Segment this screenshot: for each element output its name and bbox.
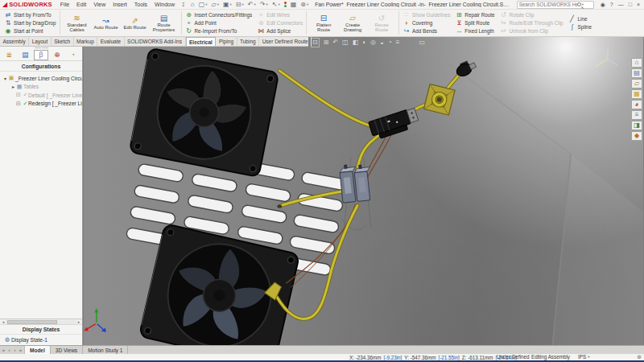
panel-horizontal-scrollbar[interactable]: ◂ ▸ — [0, 319, 82, 325]
login-icon[interactable]: ◉ — [601, 1, 605, 9]
flatten-route-button[interactable]: ⊟Flatten Route — [310, 10, 337, 36]
cable-clip[interactable] — [423, 84, 455, 115]
tab-piping[interactable]: Piping — [216, 37, 237, 46]
search-caret-icon[interactable]: ▾ — [582, 2, 584, 6]
tab-sketch[interactable]: Sketch — [52, 37, 74, 46]
zoom-to-fit-icon[interactable]: ⊡ — [311, 38, 320, 47]
tab-markup[interactable]: Markup — [74, 37, 98, 46]
split-route-button[interactable]: ⊻Split Route — [455, 19, 494, 27]
select-icon[interactable]: ↖ — [270, 1, 282, 9]
3d-scene[interactable] — [83, 37, 644, 345]
unhook-from-clip-button[interactable]: ↫Unhook from Clip — [499, 27, 563, 35]
repair-route-button[interactable]: ⊞Repair Route — [455, 10, 494, 19]
zoom-to-area-icon[interactable]: ⊞ — [324, 39, 329, 47]
reuse-route-button[interactable]: ↺Reuse Route — [368, 10, 395, 36]
display-state-item[interactable]: ◍ Display State-1 — [0, 335, 82, 345]
edit-route-button[interactable]: ⇗Edit Route — [122, 10, 149, 36]
scrollbar-thumb[interactable] — [7, 320, 57, 324]
displaymanager-tab[interactable]: ◔ — [65, 50, 80, 60]
tab-assembly[interactable]: Assembly — [0, 37, 29, 46]
maximize-icon[interactable]: □ — [629, 1, 632, 9]
fixed-length-button[interactable]: ↔Fixed Length — [455, 27, 494, 35]
taskpane-custom-properties-tab[interactable]: ≡ — [631, 110, 642, 120]
next-tab-icon[interactable]: › — [13, 348, 17, 352]
tab-model[interactable]: Model — [25, 346, 51, 354]
auto-route-button[interactable]: ↝Auto Route — [93, 10, 120, 36]
help-search[interactable]: ▾ — [517, 1, 594, 9]
insert-connectors-button[interactable]: ⊕Insert Connectors/Fittings — [185, 10, 253, 19]
status-options-icon[interactable]: ⊛ — [637, 354, 642, 360]
tree-root-config[interactable]: ▾ ▣ _Freezer Liner Cooling Circuit Confi… — [2, 74, 82, 83]
taskpane-design-library-tab[interactable]: ▤ — [631, 68, 642, 78]
tab-evaluate[interactable]: Evaluate — [97, 37, 124, 46]
start-at-point-button[interactable]: ◉Start at Point — [4, 27, 56, 35]
show-guidelines-button[interactable]: ∷Show Guidelines — [402, 10, 450, 19]
tab-layout[interactable]: Layout — [29, 37, 52, 46]
apply-scene-icon[interactable]: ◔ — [388, 39, 392, 47]
first-tab-icon[interactable]: « — [2, 348, 6, 352]
expand-caret-icon[interactable]: ▾ — [2, 76, 8, 81]
featuremanager-tab[interactable]: ≣ — [2, 50, 17, 60]
tree-item-tables[interactable]: ▸ ▦ Tables — [2, 83, 82, 92]
taskpane-file-explorer-tab[interactable]: ▱ — [631, 79, 642, 88]
start-by-dragdrop-button[interactable]: ⇅Start by Drag/Drop — [4, 19, 56, 27]
section-view-icon[interactable]: ◫ — [342, 39, 349, 47]
edit-appearance-icon[interactable]: ◒ — [380, 39, 384, 47]
units-selector[interactable]: IPS ▾ — [578, 354, 589, 360]
view-orientation-icon[interactable]: ◧ — [353, 39, 359, 47]
scroll-right-icon[interactable]: ▸ — [76, 319, 81, 324]
open-icon[interactable]: ▱ — [210, 1, 221, 9]
close-icon[interactable]: × — [637, 1, 640, 9]
save-icon[interactable]: ▣ — [221, 1, 233, 9]
rotate-clip-button[interactable]: ↺Rotate Clip — [499, 10, 563, 19]
display-grid-icon[interactable]: ▦ — [289, 1, 299, 9]
view-settings-icon[interactable]: ≡ — [396, 39, 400, 47]
viewport-3d[interactable] — [83, 37, 644, 345]
propertymanager-tab[interactable]: ▤ — [18, 50, 33, 60]
minimize-icon[interactable]: — — [618, 1, 624, 9]
menu-view[interactable]: View — [90, 2, 109, 7]
start-by-fromto-button[interactable]: ⇄Start by From/To — [4, 10, 56, 19]
add-bends-button[interactable]: ↪Add Bends — [402, 27, 450, 35]
taskpane-view-palette-tab[interactable]: ▦ — [631, 89, 642, 99]
options-icon[interactable]: ⊛ — [299, 1, 310, 9]
new-icon[interactable]: ▢ — [197, 1, 209, 9]
tab-motion-study[interactable]: Motion Study 1 — [83, 346, 128, 354]
add-splice-button[interactable]: ⋈Add Splice — [257, 27, 303, 35]
route-properties-button[interactable]: ▤Route Properties — [151, 10, 178, 36]
help-icon[interactable]: ? — [610, 1, 613, 9]
tree-item-redesign-config[interactable]: ⊟ ✓ Redesign [ _Freezer Liner Co — [2, 100, 82, 109]
dimxpert-tab[interactable]: ⊕ — [49, 50, 64, 60]
menu-file[interactable]: File — [57, 2, 72, 7]
taskpane-forum-tab[interactable]: ◨ — [631, 121, 642, 130]
redo-icon[interactable]: ↷ — [258, 1, 270, 9]
visualization-icon[interactable] — [283, 2, 288, 7]
tab-tubing[interactable]: Tubing — [237, 37, 260, 46]
route-through-clip-button[interactable]: ↬Route/Edit Through Clip — [499, 19, 563, 27]
edit-connectors-button[interactable]: ⊗Edit Connectors — [257, 19, 303, 27]
line-button[interactable]: ╱Line — [568, 14, 592, 23]
menu-window[interactable]: Window — [151, 2, 178, 7]
prev-tab-icon[interactable]: ‹ — [7, 348, 11, 352]
menu-edit[interactable]: Edit — [73, 2, 89, 7]
tab-electrical[interactable]: Electrical — [186, 37, 217, 46]
taskpane-home-tab[interactable]: ⌂ — [631, 58, 642, 68]
tree-item-default-config[interactable]: ⊟ ✓ Default [ _Freezer Liner Coo — [2, 91, 82, 100]
configurationmanager-tab[interactable]: β — [34, 50, 49, 60]
home-icon[interactable]: ⌂ — [189, 1, 196, 9]
tab-user-defined-route[interactable]: User Defined Route — [259, 37, 312, 46]
edit-wires-button[interactable]: ≈Edit Wires — [257, 10, 303, 19]
standard-cables-button[interactable]: ≋Standard Cables — [64, 10, 91, 36]
pin-menu-icon[interactable]: ↧ — [181, 2, 186, 8]
search-input[interactable] — [519, 2, 577, 7]
tab-solidworks-addins[interactable]: SOLIDWORKS Add-Ins — [125, 37, 186, 46]
last-tab-icon[interactable]: » — [19, 348, 23, 352]
previous-view-icon[interactable]: ↶ — [332, 39, 338, 47]
add-point-button[interactable]: +Add Point — [185, 19, 253, 27]
search-icon[interactable] — [577, 2, 581, 6]
reimport-fromto-button[interactable]: ↻Re-Import From/To — [185, 27, 253, 35]
undo-icon[interactable]: ↶ — [246, 1, 258, 9]
menu-insert[interactable]: Insert — [109, 2, 130, 7]
taskpane-process-tab[interactable]: ◆ — [631, 131, 642, 141]
covering-button[interactable]: ◗Covering — [402, 19, 450, 27]
